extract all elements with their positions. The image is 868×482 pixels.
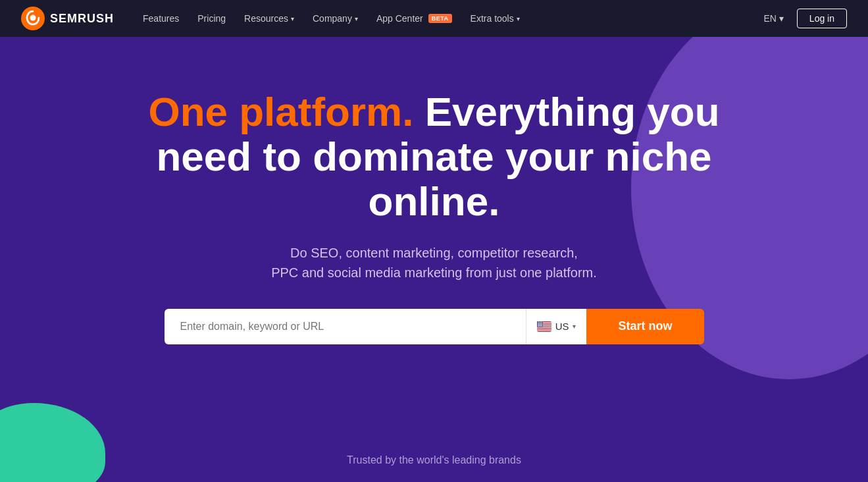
svg-point-16 <box>538 322 538 323</box>
login-button[interactable]: Log in <box>797 9 847 28</box>
svg-point-23 <box>539 323 540 323</box>
svg-point-44 <box>538 326 539 327</box>
nav-links: Features Pricing Resources ▾ Company ▾ A… <box>135 8 755 29</box>
svg-point-30 <box>540 323 541 324</box>
svg-point-25 <box>541 323 542 323</box>
hero-subtext: Do SEO, content marketing, competitor re… <box>138 243 730 282</box>
svg-point-31 <box>542 323 542 324</box>
svg-rect-6 <box>537 327 551 327</box>
nav-pricing[interactable]: Pricing <box>190 8 234 29</box>
svg-point-39 <box>538 325 539 326</box>
svg-point-10 <box>537 321 538 322</box>
nav-company[interactable]: Company ▾ <box>305 8 366 29</box>
nav-extra-tools[interactable]: Extra tools ▾ <box>463 8 528 29</box>
country-selector[interactable]: US ▾ <box>526 309 587 344</box>
svg-point-32 <box>537 324 538 325</box>
country-chevron-icon: ▾ <box>573 323 576 330</box>
start-now-button[interactable]: Start now <box>586 309 703 344</box>
extra-tools-chevron-icon: ▾ <box>517 15 520 22</box>
svg-point-13 <box>540 321 540 322</box>
svg-point-34 <box>539 324 540 325</box>
svg-point-17 <box>538 322 539 323</box>
search-input[interactable] <box>165 309 526 344</box>
trusted-text: Trusted by the world's leading brands <box>347 454 521 466</box>
svg-point-46 <box>540 326 540 327</box>
hero-heading-orange: One platform. <box>148 89 413 134</box>
hero-blob-decoration <box>0 403 105 482</box>
svg-point-20 <box>542 322 542 323</box>
svg-point-18 <box>540 322 540 323</box>
nav-right: EN ▾ Log in <box>755 8 847 29</box>
svg-point-43 <box>537 326 538 327</box>
svg-point-12 <box>539 321 540 322</box>
logo[interactable]: SEMRUSH <box>21 7 114 30</box>
svg-point-42 <box>542 325 542 326</box>
svg-point-19 <box>540 322 541 323</box>
beta-badge: BETA <box>428 14 452 23</box>
hero-section: One platform. Everything you need to dom… <box>0 37 868 482</box>
hero-heading: One platform. Everything you need to dom… <box>138 90 730 225</box>
svg-point-11 <box>538 321 539 322</box>
svg-point-29 <box>540 323 540 324</box>
logo-text: SEMRUSH <box>50 12 114 26</box>
hero-content: One platform. Everything you need to dom… <box>138 90 730 344</box>
resources-chevron-icon: ▾ <box>291 15 294 22</box>
svg-point-28 <box>538 323 539 324</box>
navbar: SEMRUSH Features Pricing Resources ▾ Com… <box>0 0 868 37</box>
hero-search-row: US ▾ Start now <box>165 309 704 344</box>
svg-rect-8 <box>537 330 551 331</box>
svg-point-33 <box>538 324 539 325</box>
svg-point-38 <box>538 325 538 326</box>
svg-point-26 <box>542 323 542 323</box>
country-code-text: US <box>555 321 569 332</box>
svg-point-27 <box>538 323 538 324</box>
svg-point-35 <box>540 324 540 325</box>
svg-point-47 <box>541 326 542 327</box>
language-selector[interactable]: EN ▾ <box>755 8 791 29</box>
svg-point-48 <box>542 326 542 327</box>
svg-point-22 <box>538 323 539 323</box>
svg-point-1 <box>30 15 36 21</box>
nav-app-center[interactable]: App Center BETA <box>369 8 460 29</box>
svg-point-15 <box>542 321 542 322</box>
svg-point-36 <box>541 324 542 325</box>
svg-point-37 <box>542 324 542 325</box>
svg-point-24 <box>540 323 540 323</box>
svg-rect-7 <box>537 329 551 329</box>
svg-point-14 <box>541 321 542 322</box>
svg-point-45 <box>539 326 540 327</box>
nav-features[interactable]: Features <box>135 8 187 29</box>
svg-point-40 <box>540 325 540 326</box>
company-chevron-icon: ▾ <box>355 15 358 22</box>
svg-point-41 <box>540 325 541 326</box>
nav-resources[interactable]: Resources ▾ <box>236 8 302 29</box>
us-flag-icon <box>537 321 551 332</box>
lang-chevron-icon: ▾ <box>779 13 784 24</box>
svg-point-21 <box>537 323 538 323</box>
